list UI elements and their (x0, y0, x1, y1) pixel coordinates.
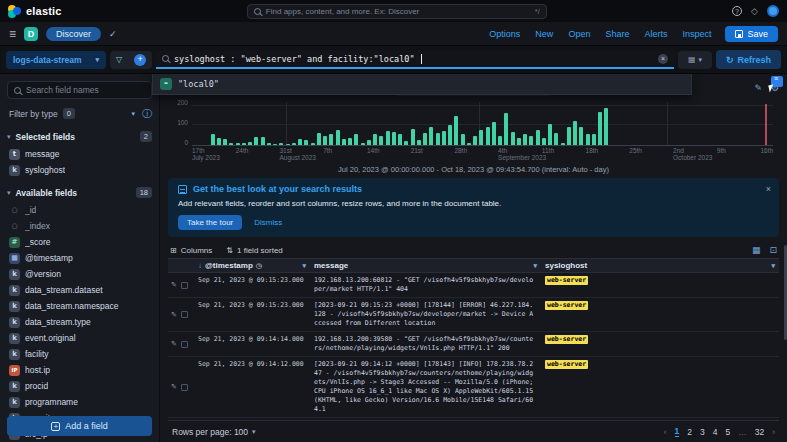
histogram-bar[interactable] (242, 143, 246, 145)
histogram-bar[interactable] (404, 141, 408, 145)
field-item-facility[interactable]: kfacility (7, 346, 152, 362)
page-1[interactable]: 1 (675, 426, 680, 437)
histogram-bar[interactable] (548, 124, 552, 146)
available-fields-header[interactable]: ▾ Available fields 18 (7, 187, 152, 198)
histogram-bar[interactable] (267, 143, 271, 145)
autocomplete-suggestion[interactable]: “"local0" (153, 74, 691, 94)
histogram-bar[interactable] (567, 127, 571, 145)
histogram-bar[interactable] (454, 116, 458, 145)
field-item-_index[interactable]: ○_index (7, 218, 152, 234)
menu-icon[interactable]: ≡ (9, 27, 16, 41)
histogram-bar[interactable] (236, 143, 240, 145)
sort-fields-button[interactable]: ⇅ 1 field sorted (226, 246, 283, 255)
field-item-host.ip[interactable]: IPhost.ip (7, 362, 152, 378)
histogram-bar[interactable] (561, 143, 565, 145)
display-options-icon[interactable]: ▦ (752, 245, 761, 255)
histogram-bar[interactable] (367, 140, 371, 145)
histogram-bar[interactable] (311, 143, 315, 145)
deployment-icon[interactable]: ◇ (751, 6, 758, 16)
page-3[interactable]: 3 (700, 427, 705, 437)
help-icon[interactable]: ? (732, 6, 742, 16)
histogram-bar[interactable] (373, 134, 377, 145)
histogram-bar[interactable] (261, 137, 265, 145)
histogram-bar[interactable] (442, 131, 446, 145)
histogram-bar[interactable] (473, 136, 477, 145)
histogram-bar[interactable] (492, 122, 496, 145)
add-filter-icon[interactable]: + (134, 54, 146, 66)
histogram-bar[interactable] (479, 130, 483, 145)
row-checkbox[interactable] (181, 341, 188, 348)
top-menu-link-new[interactable]: New (535, 29, 553, 39)
take-tour-button[interactable]: Take the tour (178, 215, 242, 230)
histogram-bar[interactable] (211, 134, 215, 145)
top-menu-link-share[interactable]: Share (605, 29, 629, 39)
selected-fields-header[interactable]: ▾ Selected fields 2 (7, 131, 152, 142)
page-2[interactable]: 2 (687, 427, 692, 437)
histogram-bar[interactable] (323, 136, 327, 145)
histogram-bar[interactable] (354, 134, 358, 145)
columns-button[interactable]: ⊞ Columns (170, 246, 212, 255)
date-picker-button[interactable]: ▦ ▾ (678, 51, 712, 69)
histogram-bar[interactable] (498, 136, 502, 145)
edit-visualization-icon[interactable]: ✎ (754, 83, 762, 93)
data-view-picker[interactable]: logs-data-stream ▾ (6, 51, 106, 69)
info-icon[interactable]: ⓘ (142, 107, 152, 121)
histogram-bar[interactable] (523, 134, 527, 145)
field-search-input[interactable]: Search field names (7, 81, 152, 99)
row-checkbox[interactable] (181, 311, 188, 318)
histogram-bar[interactable] (448, 125, 452, 145)
breadcrumb[interactable]: Discover (46, 27, 101, 41)
field-item-data_stream.type[interactable]: kdata_stream.type (7, 314, 152, 330)
histogram-bar[interactable] (273, 144, 277, 145)
histogram-bar[interactable] (317, 133, 321, 145)
expand-row-icon[interactable]: ✎ (171, 383, 177, 391)
histogram-bar[interactable] (379, 136, 383, 145)
chevron-down-icon[interactable]: ▾ (302, 262, 306, 270)
discover-app-icon[interactable]: D (24, 27, 38, 41)
histogram-bar[interactable] (461, 134, 465, 145)
field-item-_score[interactable]: #_score (7, 234, 152, 250)
save-button[interactable]: Save (725, 26, 778, 42)
previous-page-icon[interactable]: ‹ (664, 427, 667, 437)
histogram-bar[interactable] (554, 133, 558, 145)
field-item-programname[interactable]: kprogramname (7, 394, 152, 410)
field-item-_id[interactable]: ○_id (7, 202, 152, 218)
histogram-bar[interactable] (417, 140, 421, 145)
histogram-bar[interactable] (436, 133, 440, 145)
histogram-bar[interactable] (579, 127, 583, 145)
histogram-bar[interactable] (329, 134, 333, 145)
add-field-button[interactable]: + Add a field (7, 416, 152, 436)
histogram-bar[interactable] (511, 132, 515, 145)
histogram-bar[interactable] (336, 130, 340, 145)
histogram-bar[interactable] (423, 133, 427, 145)
page-5[interactable]: 5 (725, 427, 730, 437)
histogram-bar[interactable] (486, 127, 490, 145)
fullscreen-icon[interactable]: ⊡ (769, 245, 777, 255)
expand-row-icon[interactable]: ✎ (171, 311, 177, 319)
top-menu-link-options[interactable]: Options (489, 29, 520, 39)
refresh-button[interactable]: ↻ Refresh (716, 50, 781, 69)
histogram-bar[interactable] (248, 142, 252, 145)
histogram-bar[interactable] (342, 139, 346, 145)
field-item-procid[interactable]: kprocid (7, 378, 152, 394)
histogram-bar[interactable] (592, 134, 596, 145)
rows-per-page-dropdown[interactable]: Rows per page: 100 ▾ (172, 427, 256, 437)
histogram-bar[interactable] (598, 112, 602, 145)
user-avatar[interactable] (767, 5, 779, 17)
histogram-bar[interactable] (411, 129, 415, 145)
chevron-down-icon[interactable]: ▾ (771, 262, 775, 270)
field-item-sysloghost[interactable]: ksysloghost (7, 162, 152, 178)
top-menu-link-open[interactable]: Open (568, 29, 590, 39)
histogram-bar[interactable] (298, 139, 302, 145)
histogram-bar[interactable] (604, 108, 608, 145)
histogram-bar[interactable] (254, 137, 258, 145)
histogram-bar[interactable] (217, 138, 221, 145)
close-icon[interactable]: × (766, 184, 771, 194)
chevron-down-icon[interactable]: ▾ (533, 262, 537, 270)
top-menu-link-alerts[interactable]: Alerts (644, 29, 667, 39)
field-item-@version[interactable]: k@version (7, 266, 152, 282)
field-item-data_stream.dataset[interactable]: kdata_stream.dataset (7, 282, 152, 298)
field-item-event.original[interactable]: kevent.original (7, 330, 152, 346)
top-menu-link-inspect[interactable]: Inspect (682, 29, 711, 39)
column-header-timestamp[interactable]: ↓ @timestamp ◷ ▾ (194, 261, 310, 270)
